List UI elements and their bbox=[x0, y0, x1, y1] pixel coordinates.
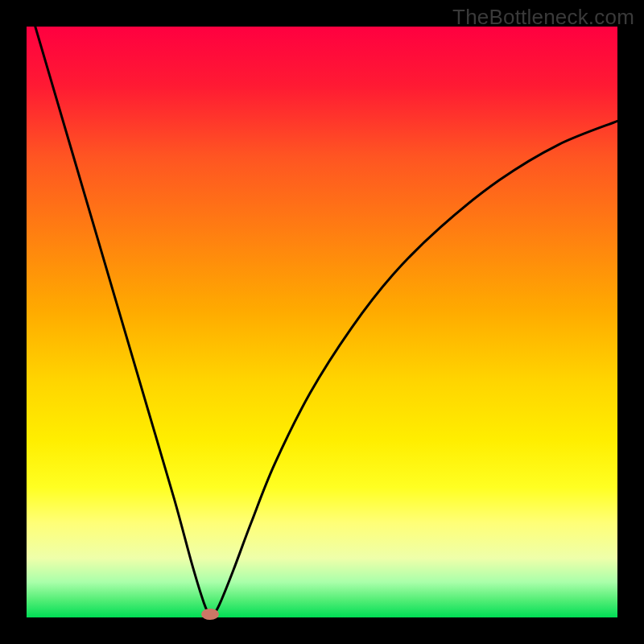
watermark-text: TheBottleneck.com bbox=[452, 5, 634, 30]
minimum-marker bbox=[201, 609, 219, 620]
chart-frame: TheBottleneck.com bbox=[0, 0, 644, 644]
bottleneck-curve bbox=[27, 27, 617, 615]
curve-svg bbox=[27, 27, 617, 617]
